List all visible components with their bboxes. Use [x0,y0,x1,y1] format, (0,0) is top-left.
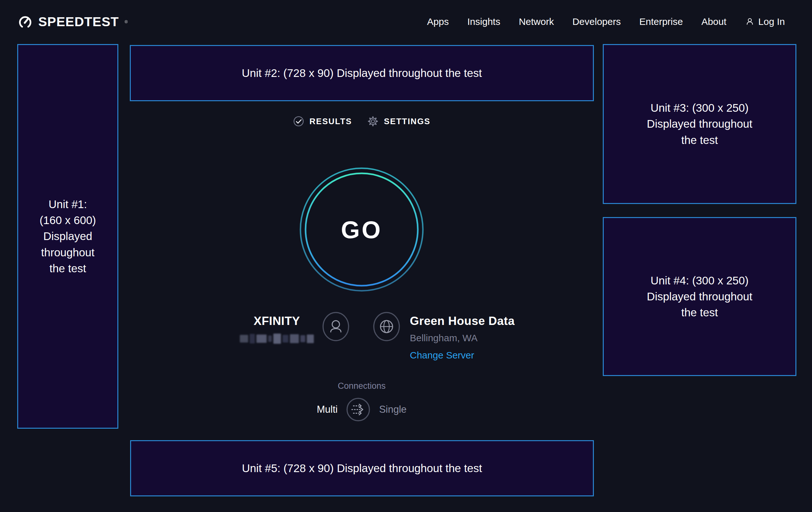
nav-item-apps[interactable]: Apps [427,16,449,27]
gear-icon [368,115,379,127]
connections-toggle: Multi Single [317,397,407,422]
tab-results-label: RESULTS [309,116,352,127]
ad-unit-3-text: Unit #3: (300 x 250) Displayed throughou… [647,100,752,148]
trademark-mark: ® [125,20,128,24]
isp-name: XFINITY [240,314,314,328]
connections-label: Connections [338,381,385,391]
login-label: Log In [758,16,785,27]
main-nav: Apps Insights Network Developers Enterpr… [427,16,785,27]
ad-unit-5[interactable]: Unit #5: (728 x 90) Displayed throughout… [130,440,594,496]
test-meta-row: XFINITY Green House Data Bellingham, WA [240,312,515,362]
top-nav-bar: SPEEDTEST® Apps Insights Network Develop… [0,0,812,44]
nav-item-network[interactable]: Network [519,16,554,27]
ad-unit-1[interactable]: Unit #1: (160 x 600) Displayed throughou… [17,44,118,429]
check-circle-icon [293,115,304,127]
server-block: Green House Data Bellingham, WA Change S… [373,312,515,362]
isp-user-icon [322,312,350,342]
server-location: Bellingham, WA [410,332,515,344]
ad-unit-2[interactable]: Unit #2: (728 x 90) Displayed throughout… [130,45,594,101]
view-tabs: RESULTS SETTINGS [293,115,430,127]
tab-settings[interactable]: SETTINGS [368,115,431,127]
ad-unit-5-text: Unit #5: (728 x 90) Displayed throughout… [242,460,482,476]
server-name: Green House Data [410,314,515,328]
brand-name: SPEEDTEST [38,15,119,29]
ip-address-redacted-blur [240,332,314,345]
isp-info: XFINITY [240,312,314,362]
nav-item-developers[interactable]: Developers [573,16,621,27]
speedometer-icon [17,14,33,30]
speedtest-page: SPEEDTEST® Apps Insights Network Develop… [0,0,812,512]
connections-option-single[interactable]: Single [379,404,407,415]
connections-option-multi[interactable]: Multi [317,404,338,415]
user-icon [745,17,755,26]
go-button[interactable]: GO [295,162,429,297]
isp-block: XFINITY [240,312,350,362]
tab-settings-label: SETTINGS [384,116,431,127]
tab-results[interactable]: RESULTS [293,115,352,127]
connections-toggle-icon[interactable] [346,397,371,422]
ad-unit-1-text: Unit #1: (160 x 600) Displayed throughou… [39,196,96,276]
go-button-label: GO [341,216,382,244]
nav-item-enterprise[interactable]: Enterprise [639,16,683,27]
nav-item-about[interactable]: About [701,16,726,27]
speedtest-logo[interactable]: SPEEDTEST® [17,14,127,30]
ad-unit-3[interactable]: Unit #3: (300 x 250) Displayed throughou… [603,44,796,204]
change-server-link[interactable]: Change Server [410,349,474,362]
ad-unit-4-text: Unit #4: (300 x 250) Displayed throughou… [647,273,752,321]
server-globe-icon [373,312,400,342]
nav-item-insights[interactable]: Insights [467,16,500,27]
ad-unit-4[interactable]: Unit #4: (300 x 250) Displayed throughou… [603,217,796,376]
server-info: Green House Data Bellingham, WA Change S… [410,314,515,362]
ad-unit-2-text: Unit #2: (728 x 90) Displayed throughout… [242,65,482,81]
login-link[interactable]: Log In [745,16,785,27]
